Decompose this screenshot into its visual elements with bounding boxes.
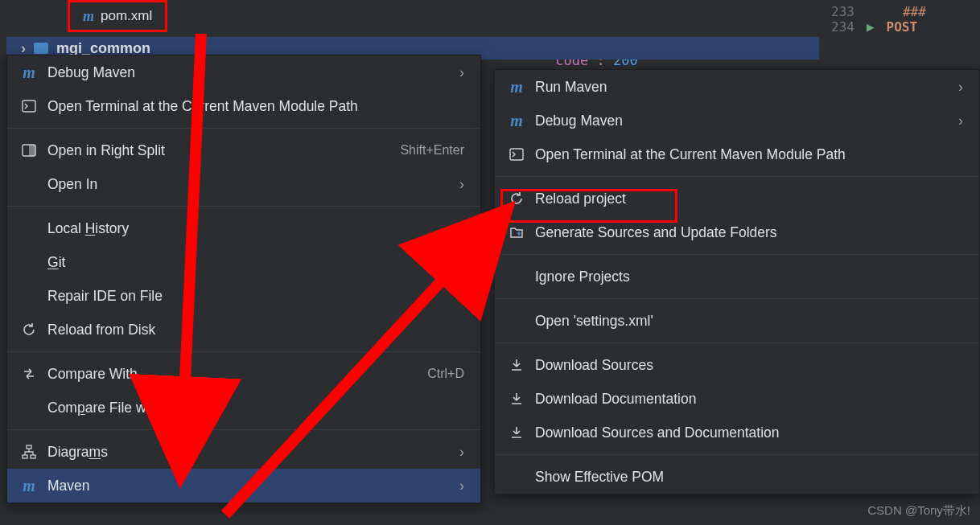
- menu-item-open-in[interactable]: Open In ›: [7, 167, 480, 201]
- menu-separator: [7, 351, 480, 352]
- svg-rect-2: [29, 145, 35, 156]
- menu-separator: [7, 128, 480, 129]
- menu-item-label: Generate Sources and Update Folders: [535, 224, 777, 241]
- menu-item-label: Compare File with Editor: [47, 400, 202, 416]
- menu-item-show-effective-pom[interactable]: Show Effective POM: [495, 460, 979, 494]
- submenu-arrow-icon: ›: [459, 64, 464, 81]
- file-tab-label: pom.xml: [101, 8, 152, 24]
- menu-item-label: Debug Maven: [47, 64, 135, 81]
- maven-icon: m: [20, 477, 38, 494]
- download-icon: [508, 424, 525, 441]
- menu-item-label: Open In: [47, 176, 97, 193]
- terminal-icon: [20, 97, 38, 115]
- run-gutter-icon[interactable]: ▶: [867, 19, 875, 35]
- submenu-arrow-icon: ›: [958, 79, 963, 96]
- terminal-icon: [508, 146, 525, 163]
- file-tab-pom[interactable]: m pom.xml: [68, 0, 167, 32]
- menu-item-reload-from-disk[interactable]: Reload from Disk: [7, 313, 480, 347]
- line-number: 234: [831, 19, 854, 35]
- menu-item-open-terminal-sub[interactable]: Open Terminal at the Current Maven Modul…: [495, 137, 979, 171]
- menu-item-label: Open Terminal at the Current Maven Modul…: [535, 146, 846, 163]
- menu-item-git[interactable]: Git ›: [7, 245, 480, 279]
- menu-item-compare-with[interactable]: Compare With... Ctrl+D: [7, 357, 480, 391]
- menu-item-open-right-split[interactable]: Open in Right Split Shift+Enter: [7, 133, 480, 167]
- menu-item-label: Download Sources and Documentation: [535, 425, 780, 441]
- menu-item-label: Compare With...: [47, 366, 149, 383]
- menu-item-label: Debug Maven: [535, 113, 623, 129]
- diagram-icon: [20, 443, 38, 461]
- split-right-icon: [20, 142, 38, 159]
- submenu-arrow-icon: ›: [459, 478, 464, 494]
- code-text: ###: [903, 4, 926, 19]
- menu-separator: [495, 342, 979, 343]
- code-text: POST: [887, 19, 918, 35]
- menu-item-label: Diagrams: [47, 444, 108, 461]
- context-menu-maven-submenu: m Run Maven › m Debug Maven › Open Termi…: [494, 69, 980, 494]
- menu-item-maven[interactable]: m Maven ›: [7, 469, 480, 502]
- menu-item-label: Open 'settings.xml': [535, 313, 653, 330]
- menu-item-label: Ignore Projects: [535, 269, 630, 285]
- menu-item-label: Download Documentation: [535, 391, 696, 408]
- submenu-arrow-icon: ›: [459, 176, 464, 193]
- maven-run-icon: m: [508, 78, 525, 96]
- menu-item-debug-maven-sub[interactable]: m Debug Maven ›: [495, 104, 979, 137]
- menu-item-compare-editor[interactable]: Compare File with Editor: [7, 391, 480, 425]
- menu-item-run-maven[interactable]: m Run Maven ›: [495, 70, 979, 104]
- editor-top-region: "code": 200 m pom.xml › mgi_common: [0, 0, 825, 59]
- menu-item-label: Open in Right Split: [47, 142, 165, 159]
- compare-arrows-icon: [20, 365, 38, 383]
- generate-folder-icon: [508, 224, 525, 241]
- menu-item-download-docs[interactable]: Download Documentation: [495, 382, 979, 416]
- menu-separator: [7, 206, 480, 207]
- menu-separator: [495, 454, 979, 455]
- svg-rect-6: [510, 149, 523, 160]
- menu-item-open-terminal[interactable]: Open Terminal at the Current Maven Modul…: [7, 89, 480, 123]
- menu-item-debug-maven[interactable]: m Debug Maven ›: [7, 55, 480, 89]
- menu-separator: [495, 298, 979, 299]
- menu-item-label: Local History: [47, 220, 129, 237]
- menu-item-open-settings-xml[interactable]: Open 'settings.xml': [495, 304, 979, 338]
- menu-separator: [495, 176, 979, 177]
- reload-icon: [20, 321, 38, 338]
- menu-item-label: Reload from Disk: [47, 322, 155, 338]
- menu-item-label: Download Sources: [535, 357, 653, 374]
- maven-debug-icon: m: [20, 64, 38, 81]
- menu-item-ignore-projects[interactable]: Ignore Projects: [495, 260, 979, 293]
- maven-file-icon: m: [83, 8, 94, 25]
- maven-debug-icon: m: [508, 112, 525, 129]
- menu-item-label: Show Effective POM: [535, 469, 664, 486]
- menu-item-diagrams[interactable]: Diagrams ›: [7, 435, 480, 469]
- watermark: CSDN @Tony带水!: [867, 503, 970, 519]
- submenu-arrow-icon: ›: [459, 254, 464, 271]
- menu-item-local-history[interactable]: Local History ›: [7, 211, 480, 245]
- menu-item-label: Open Terminal at the Current Maven Modul…: [47, 98, 358, 115]
- svg-rect-5: [31, 455, 35, 458]
- menu-separator: [495, 254, 979, 255]
- svg-rect-4: [23, 455, 27, 458]
- menu-item-label: Maven: [47, 478, 90, 494]
- menu-item-download-sources[interactable]: Download Sources: [495, 348, 979, 382]
- submenu-arrow-icon: ›: [958, 113, 963, 129]
- menu-shortcut: Ctrl+D: [427, 367, 464, 381]
- submenu-arrow-icon: ›: [459, 220, 464, 237]
- folder-icon: [34, 43, 48, 54]
- submenu-arrow-icon: ›: [459, 444, 464, 461]
- menu-item-label: Git: [47, 254, 65, 271]
- svg-rect-3: [27, 445, 31, 449]
- download-icon: [508, 356, 525, 374]
- menu-item-label: Repair IDE on File: [47, 288, 163, 305]
- menu-shortcut: Shift+Enter: [400, 143, 464, 158]
- menu-item-label: Run Maven: [535, 79, 607, 96]
- menu-item-download-both[interactable]: Download Sources and Documentation: [495, 416, 979, 449]
- context-menu-primary: m Debug Maven › Open Terminal at the Cur…: [6, 55, 481, 503]
- editor-gutter: 233### 234▶POST: [823, 0, 980, 48]
- menu-separator: [7, 429, 480, 430]
- line-number: 233: [831, 4, 854, 19]
- menu-item-repair-ide[interactable]: Repair IDE on File: [7, 279, 480, 313]
- download-icon: [508, 390, 525, 408]
- highlight-box-reload: [500, 189, 677, 223]
- svg-rect-0: [23, 100, 35, 112]
